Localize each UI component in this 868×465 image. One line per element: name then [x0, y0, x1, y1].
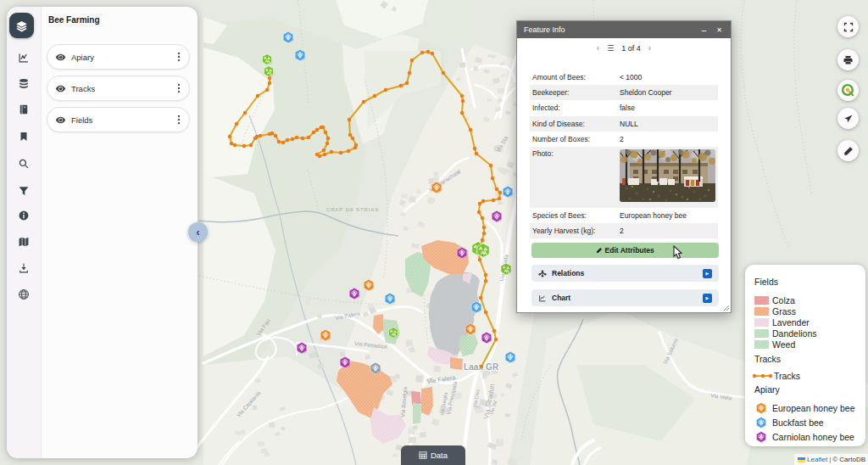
svg-text:Tracks: Tracks: [774, 371, 800, 381]
svg-text:Dandelions: Dandelions: [772, 328, 817, 339]
svg-text:Carniolan honey bee: Carniolan honey bee: [772, 432, 854, 442]
svg-text:CRAP DA STRIAS: CRAP DA STRIAS: [326, 207, 379, 212]
svg-text:Apiary: Apiary: [754, 384, 781, 395]
svg-text:Tracks: Tracks: [754, 354, 781, 364]
svg-text:Fields: Fields: [754, 277, 778, 287]
svg-text:Weed: Weed: [772, 339, 795, 350]
svg-text:Grass: Grass: [772, 306, 796, 317]
svg-text:Lavender: Lavender: [772, 317, 810, 328]
svg-text:Colza: Colza: [772, 295, 795, 305]
svg-text:European honey bee: European honey bee: [772, 403, 855, 413]
svg-text:Buckfast bee: Buckfast bee: [772, 417, 824, 428]
